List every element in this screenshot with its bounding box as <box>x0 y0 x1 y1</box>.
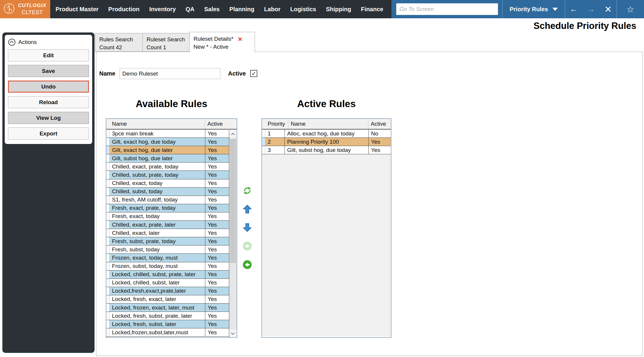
active-rule-row[interactable]: 3Gilt, subst hog, due todayYes <box>262 146 391 154</box>
available-rule-row[interactable]: S1, fresh, AM cutoff, todayYes <box>106 196 229 204</box>
screen-selector-dropdown[interactable]: Priority Rules <box>502 0 565 18</box>
available-rule-row[interactable]: Fresh, subst, prate, todayYes <box>106 237 229 245</box>
tab-rules-search[interactable]: Rules Search Count 42 <box>95 33 143 52</box>
rule-active-cell: Yes <box>205 154 229 162</box>
export-button[interactable]: Export <box>8 127 89 140</box>
rule-name-cell: Frozen, subst, today, must <box>110 263 205 269</box>
nav-item-production[interactable]: Production <box>108 6 140 13</box>
goto-screen-input[interactable] <box>396 3 498 15</box>
column-header-active[interactable]: Active <box>368 121 391 127</box>
active-rule-row[interactable]: 1Alloc, exact hog, due todayNo <box>262 130 391 138</box>
nav-item-labor[interactable]: Labor <box>264 6 281 13</box>
available-rule-row[interactable]: Chilled, subst, todayYes <box>106 188 229 196</box>
rule-name-cell: Fresh, exact, today <box>110 213 205 220</box>
available-rule-row[interactable]: Chilled, exact, prate, todayYes <box>106 163 229 171</box>
available-rule-row[interactable]: Chilled, subst, prate, todayYes <box>106 171 229 179</box>
move-to-active-button[interactable] <box>243 241 252 251</box>
available-rule-row[interactable]: Chilled, exact, todayYes <box>106 179 229 188</box>
back-button[interactable]: ← <box>565 0 582 18</box>
page-title: Schedule Priority Rules <box>534 21 636 31</box>
active-rule-row[interactable]: 2Planning Priority 100Yes <box>262 138 391 146</box>
brand-name: CUTLOGIX <box>18 3 46 9</box>
favorite-button[interactable]: ☆ <box>617 4 644 14</box>
available-rule-row[interactable]: Fresh, exact, prate, todayYes <box>106 204 229 212</box>
undo-button[interactable]: Undo <box>8 81 89 93</box>
available-rule-row[interactable]: Chilled, exact, laterYes <box>106 229 229 237</box>
tab-ruleset-search[interactable]: Ruleset Search Count 1 <box>142 33 190 52</box>
nav-item-finance[interactable]: Finance <box>361 6 383 13</box>
nav-item-qa[interactable]: QA <box>186 6 194 13</box>
row-header <box>106 179 110 187</box>
nav-item-inventory[interactable]: Inventory <box>149 6 176 13</box>
available-rule-row[interactable]: Gilt, exact hog, due laterYes <box>106 146 229 154</box>
row-header <box>106 279 110 287</box>
row-header <box>262 146 265 154</box>
column-header-active[interactable]: Active <box>205 121 229 127</box>
available-rule-row[interactable]: Locked,fresh,exact,prate,laterYes <box>106 287 229 295</box>
rule-active-cell: Yes <box>205 287 229 295</box>
move-rule-up-button[interactable] <box>243 204 252 214</box>
rule-name-cell: Locked,frozen,subst,later,must <box>110 329 205 336</box>
ruleset-details-panel: Name Active ✓ Available Rules Active Rul… <box>96 52 643 356</box>
active-checkbox[interactable]: ✓ <box>250 70 257 77</box>
available-rule-row[interactable]: Locked,frozen,subst,later,mustYes <box>106 328 229 337</box>
move-to-available-button[interactable] <box>243 260 252 269</box>
nav-item-logistics[interactable]: Logistics <box>290 6 316 13</box>
available-rule-row[interactable]: Locked, chilled, subst, laterYes <box>106 279 229 287</box>
tab-close-icon[interactable] <box>238 37 242 41</box>
rule-active-cell: Yes <box>205 304 229 312</box>
refresh-rules-button[interactable] <box>243 186 252 195</box>
move-rule-down-button[interactable] <box>243 223 252 232</box>
star-icon: ☆ <box>627 4 635 14</box>
actions-panel-header: Actions <box>5 35 92 46</box>
rule-name-cell: Chilled, subst, today <box>110 188 205 195</box>
nav-item-product-master[interactable]: Product Master <box>56 6 99 13</box>
scroll-up-button[interactable] <box>229 130 237 138</box>
view-log-button[interactable]: View Log <box>8 112 89 124</box>
available-rules-scrollbar[interactable] <box>229 130 237 337</box>
available-rule-row[interactable]: Frozen, exact, today, mustYes <box>106 254 229 262</box>
header-scroll-spacer <box>229 119 237 129</box>
reload-button[interactable]: Reload <box>8 96 89 108</box>
column-header-name[interactable]: Name <box>288 121 368 127</box>
close-screen-button[interactable] <box>599 0 617 18</box>
row-header <box>262 130 265 137</box>
scroll-down-button[interactable] <box>229 330 237 337</box>
column-header-name[interactable]: Name <box>110 121 205 127</box>
available-rule-row[interactable]: Frozen, subst, today, mustYes <box>106 262 229 271</box>
chevron-down-icon <box>552 8 558 11</box>
available-rule-row[interactable]: Gilt, exact hog, due todayYes <box>106 138 229 146</box>
nav-item-sales[interactable]: Sales <box>204 6 219 13</box>
available-rule-row[interactable]: Fresh, exact, todayYes <box>106 212 229 221</box>
available-rule-row[interactable]: 3pce main breakYes <box>106 130 229 138</box>
rule-name-cell: Chilled, exact, later <box>110 230 205 236</box>
nav-item-planning[interactable]: Planning <box>229 6 254 13</box>
collapse-panel-icon[interactable] <box>8 39 15 46</box>
forward-button[interactable]: → <box>582 0 599 18</box>
forward-arrow-icon: → <box>587 4 595 14</box>
tab-ruleset-details[interactable]: Ruleset Details* New * - Active <box>189 32 255 52</box>
ruleset-name-input[interactable] <box>120 68 220 79</box>
back-arrow-icon: ← <box>570 4 578 14</box>
row-header <box>106 212 110 220</box>
rule-active-cell: Yes <box>205 320 229 328</box>
available-rule-row[interactable]: Locked, fresh, exact, laterYes <box>106 295 229 304</box>
arrow-up-icon <box>243 204 252 214</box>
column-header-priority[interactable]: Priority <box>265 121 288 127</box>
save-button[interactable]: Save <box>8 65 89 77</box>
nav-item-shipping[interactable]: Shipping <box>326 6 351 13</box>
actions-panel-title: Actions <box>18 39 37 45</box>
available-rules-header: Name Active <box>106 119 237 130</box>
available-rule-row[interactable]: Chilled, exact, prate, laterYes <box>106 221 229 229</box>
scrollbar-thumb[interactable] <box>230 139 236 263</box>
available-rule-row[interactable]: Locked, fresh, subst, prate, laterYes <box>106 312 229 320</box>
available-rule-row[interactable]: Locked, frozen, exact, later, mustYes <box>106 304 229 312</box>
row-header <box>106 146 110 154</box>
available-rule-row[interactable]: Fresh, subst, todayYes <box>106 245 229 254</box>
rule-active-cell: Yes <box>205 271 229 279</box>
available-rule-row[interactable]: Gilt, subst hog, due laterYes <box>106 154 229 163</box>
available-rule-row[interactable]: Locked, chilled, subst, prate, laterYes <box>106 271 229 279</box>
available-rule-row[interactable]: Locked, fresh, subst, laterYes <box>106 320 229 328</box>
edit-button[interactable]: Edit <box>8 49 89 61</box>
row-header <box>106 295 110 303</box>
